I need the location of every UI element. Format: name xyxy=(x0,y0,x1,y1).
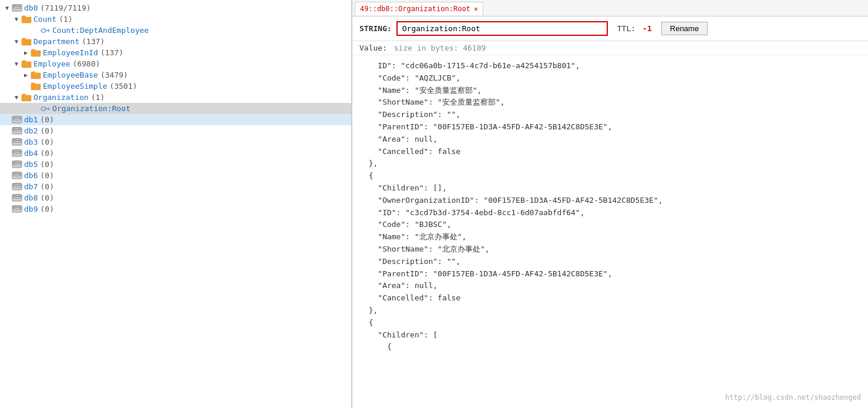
toggle-count-item xyxy=(31,27,40,34)
organization-group-label: Organization xyxy=(33,93,89,102)
watermark: http://blog.csdn.net/shaozhenged xyxy=(725,392,861,403)
tree-item-count-group[interactable]: ▼ Count (1) xyxy=(0,14,351,25)
db3-label: db3 xyxy=(24,138,38,146)
tab-close-button[interactable]: ✕ xyxy=(474,5,478,13)
db5-count: (0) xyxy=(40,160,53,169)
code-content: ID": "cdc06a0b-1715-4c7d-b61e-a4254157b8… xyxy=(359,60,861,353)
tree-item-organization-root[interactable]: Organization:Root xyxy=(0,103,351,114)
string-key-icon xyxy=(40,26,51,35)
db7-count: (0) xyxy=(40,182,53,191)
tab-bar: 49::db0::Organization:Root ✕ xyxy=(352,0,868,16)
employee-group-count: (6980) xyxy=(73,59,100,68)
tree-item-employee-group[interactable]: ▼ Employee (6980) xyxy=(0,58,351,69)
tree-item-count-deptandemployee[interactable]: Count:DeptAndEmployee xyxy=(0,25,351,36)
folder-icon-employeeinid xyxy=(31,48,41,57)
value-label: Value: xyxy=(359,44,387,52)
tree-item-department-group[interactable]: ▼ Department (137) xyxy=(0,36,351,47)
db7-label: db7 xyxy=(24,182,38,191)
left-panel: ▼ db0 (7119/7119) ▼ Count (1) Count:Dept… xyxy=(0,0,352,408)
tree-item-db7[interactable]: db7 (0) xyxy=(0,181,351,192)
db4-count: (0) xyxy=(40,149,53,158)
svg-point-18 xyxy=(13,139,22,141)
toggle-department[interactable]: ▼ xyxy=(12,38,21,45)
svg-point-3 xyxy=(41,29,46,32)
toggle-employeeinid[interactable]: ▶ xyxy=(21,49,31,56)
toggle-db0[interactable]: ▼ xyxy=(2,5,12,11)
employeeinid-label: EmployeeInId xyxy=(43,48,98,57)
tree-item-employeebase[interactable]: ▶ EmployeeBase (3479) xyxy=(0,69,351,81)
value-info: Value: size in bytes: 46189 xyxy=(352,41,868,55)
db-icon xyxy=(12,4,22,12)
tree-item-db3[interactable]: db3 (0) xyxy=(0,136,351,148)
code-area[interactable]: ID": "cdc06a0b-1715-4c7d-b61e-a4254157b8… xyxy=(352,55,868,408)
value-size: size in bytes: 46189 xyxy=(394,44,486,52)
department-group-count: (137) xyxy=(82,37,105,46)
db0-label: db0 xyxy=(24,4,38,12)
toggle-organization[interactable]: ▼ xyxy=(12,94,21,101)
department-group-label: Department xyxy=(33,37,79,46)
db6-label: db6 xyxy=(24,171,38,180)
tree-item-db0[interactable]: ▼ db0 (7119/7119) xyxy=(0,2,351,14)
active-tab[interactable]: 49::db0::Organization:Root ✕ xyxy=(355,2,483,15)
svg-point-12 xyxy=(13,116,22,119)
db5-label: db5 xyxy=(24,160,38,169)
organization-group-count: (1) xyxy=(91,93,105,102)
tree-item-employeeinid[interactable]: ▶ EmployeeInId (137) xyxy=(0,47,351,58)
db-icon-db7 xyxy=(12,182,22,191)
tree-item-db1[interactable]: db1 (0) xyxy=(0,114,351,125)
svg-point-15 xyxy=(13,128,22,130)
key-type-label: STRING: xyxy=(359,24,392,33)
tab-label: 49::db0::Organization:Root xyxy=(360,5,470,13)
svg-point-21 xyxy=(13,150,22,152)
toggle-count[interactable]: ▼ xyxy=(12,16,21,22)
key-viewer: STRING: TTL: -1 Rename xyxy=(352,16,868,41)
tree-item-db2[interactable]: db2 (0) xyxy=(0,125,351,136)
db4-label: db4 xyxy=(24,149,38,158)
db-icon-db8 xyxy=(12,193,22,202)
ttl-label: TTL: xyxy=(617,24,635,33)
db1-label: db1 xyxy=(24,115,38,124)
db-icon-db4 xyxy=(12,149,22,158)
svg-point-27 xyxy=(13,172,22,175)
tree-item-db5[interactable]: db5 (0) xyxy=(0,159,351,170)
rename-button[interactable]: Rename xyxy=(661,22,708,35)
svg-point-30 xyxy=(13,183,22,186)
count-deptandemployee-label: Count:DeptAndEmployee xyxy=(52,26,149,35)
svg-point-7 xyxy=(41,107,46,111)
db-icon-db9 xyxy=(12,205,22,213)
db9-count: (0) xyxy=(40,205,53,213)
svg-point-1 xyxy=(13,5,22,7)
db-icon-db2 xyxy=(12,126,22,135)
count-group-label: Count xyxy=(33,15,56,24)
db2-label: db2 xyxy=(24,126,38,135)
db8-count: (0) xyxy=(40,193,53,202)
db6-count: (0) xyxy=(40,171,53,180)
organization-root-label: Organization:Root xyxy=(52,104,130,113)
tree-item-db8[interactable]: db8 (0) xyxy=(0,192,351,203)
employeesimple-label: EmployeeSimple xyxy=(43,82,107,91)
toggle-employee[interactable]: ▼ xyxy=(12,61,21,67)
folder-icon-employeebase xyxy=(31,71,41,79)
db8-label: db8 xyxy=(24,193,38,202)
tree-item-employeesimple[interactable]: EmployeeSimple (3501) xyxy=(0,81,351,92)
folder-icon-count xyxy=(21,15,32,24)
tree-item-db6[interactable]: db6 (0) xyxy=(0,170,351,181)
db2-count: (0) xyxy=(40,126,53,135)
db9-label: db9 xyxy=(24,205,38,213)
db3-count: (0) xyxy=(40,138,53,146)
folder-icon-employee xyxy=(21,59,32,68)
toggle-employeebase[interactable]: ▶ xyxy=(21,72,31,78)
employeebase-label: EmployeeBase xyxy=(43,71,98,79)
right-panel: 49::db0::Organization:Root ✕ STRING: TTL… xyxy=(352,0,868,408)
toggle-org-root xyxy=(31,105,40,112)
db-icon-db3 xyxy=(12,138,22,146)
employee-group-label: Employee xyxy=(33,59,70,68)
svg-point-33 xyxy=(13,195,22,197)
employeeinid-count: (137) xyxy=(100,48,123,57)
key-value-input[interactable] xyxy=(396,21,608,36)
tree-item-db9[interactable]: db9 (0) xyxy=(0,203,351,215)
toggle-db1 xyxy=(2,116,12,123)
tree-item-organization-group[interactable]: ▼ Organization (1) xyxy=(0,92,351,103)
tree-item-db4[interactable]: db4 (0) xyxy=(0,148,351,159)
svg-point-24 xyxy=(13,161,22,163)
